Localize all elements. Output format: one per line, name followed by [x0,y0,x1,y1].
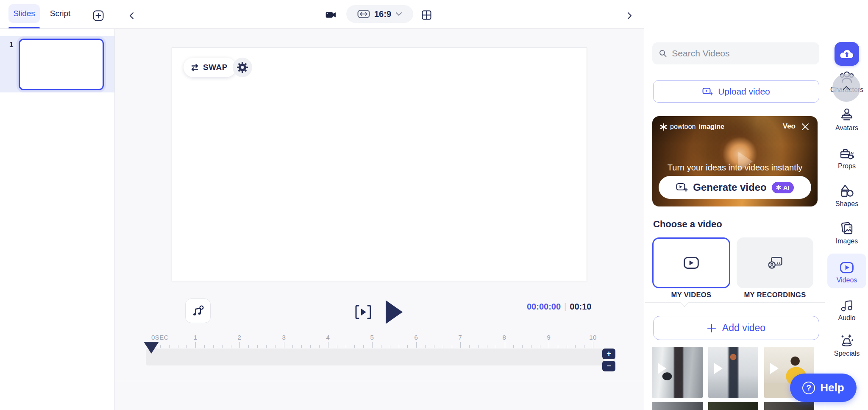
time-display: 00:00:00 | 00:10 [527,302,588,312]
upload-video-button[interactable]: Upload video [653,80,819,103]
my-videos-card[interactable] [652,237,730,288]
selected-tab-notch [680,298,690,307]
add-music-button[interactable] [185,298,211,323]
prev-slide-button[interactable] [126,10,137,21]
my-videos-label: MY VIDEOS [652,291,730,299]
rail-item-audio[interactable]: Audio [825,298,868,322]
slide-thumbnail[interactable] [19,39,104,90]
search-icon [659,49,667,58]
ruler-label: 9 [547,334,551,341]
add-video-button[interactable]: Add video [653,316,819,340]
zoom-in-label: + [606,349,611,358]
video-thumbnail-partial[interactable] [764,402,814,410]
ruler-label: 2 [238,334,242,341]
slides-panel: 1 Slide 1 of 1 [0,29,115,410]
rail-item-label: Shapes [825,200,868,208]
my-videos-icon [683,255,700,271]
ruler-label: 10 [589,334,597,341]
help-button[interactable]: ? Help [790,374,857,402]
rail-item-label: Avatars [825,124,868,132]
rail-scroll-up-button[interactable] [832,74,860,102]
camera-button[interactable] [326,9,337,20]
slide-list-item[interactable]: 1 [0,36,114,92]
banner-close-button[interactable] [800,121,811,132]
cloud-upload-icon [839,48,854,60]
rail-item-images[interactable]: Images [825,221,868,245]
video-thumbnail-partial[interactable] [652,402,703,410]
images-icon [839,221,855,236]
play-slide-icon [354,304,373,321]
veo-badge: Veo [783,122,796,131]
video-thumbnail[interactable] [652,347,703,398]
settings-button[interactable] [233,58,252,77]
next-slide-button[interactable] [624,10,635,21]
video-thumbnail-partial[interactable] [708,402,758,410]
rail-item-shapes[interactable]: Shapes [825,184,868,208]
tab-slides[interactable]: Slides [8,4,40,23]
ai-badge: AI [772,182,794,193]
brand-name: powtoon [670,123,696,131]
rail-item-label: Videos [827,276,866,284]
rail-item-props[interactable]: Props [825,146,868,170]
aspect-ratio-dropdown[interactable]: 16:9 [346,5,413,23]
generate-video-button[interactable]: Generate video AI [659,176,811,199]
question-mark-icon: ? [802,382,815,394]
powtoon-editor: Slides Script [0,0,868,410]
rail-item-specials[interactable]: Specials [825,332,868,357]
ruler-label: 0SEC [151,334,169,341]
tab-script[interactable]: Script [47,4,74,23]
upload-video-label: Upload video [718,86,770,97]
rail-item-label: Audio [825,314,868,322]
powtoon-star-icon [776,185,781,190]
tab-script-label: Script [50,9,71,18]
choose-video-title: Choose a video [653,219,722,230]
swap-button[interactable]: SWAP [184,58,236,77]
chevron-down-icon [395,12,402,16]
timeline-track[interactable] [146,349,615,365]
video-thumbnail[interactable] [708,347,758,398]
play-icon [658,363,666,374]
ruler-label: 3 [282,334,286,341]
timeline-zoom-out-button[interactable]: − [602,361,615,371]
total-duration: 00:10 [570,302,591,312]
asset-rail: Characters Avatars Props [825,0,868,410]
slide-number: 1 [9,41,13,49]
grid-icon [422,10,431,20]
gear-icon [236,61,249,74]
ruler-label: 7 [459,334,462,341]
rail-item-avatars[interactable]: Avatars [825,108,868,132]
timeline-playhead[interactable] [144,342,159,354]
swap-button-label: SWAP [203,63,228,72]
preview-slide-play-button[interactable] [354,304,373,322]
add-slide-button[interactable] [93,10,104,21]
add-video-label: Add video [722,322,765,334]
aspect-ratio-value: 16:9 [374,9,391,19]
ruler-label: 1 [194,334,198,341]
plus-icon [707,324,716,333]
library-panel: Upload video powtoon imagine Veo Turn yo… [644,0,825,410]
search-input[interactable] [672,48,812,59]
my-recordings-card[interactable] [737,237,813,288]
video-upload-icon [702,87,713,96]
avatars-icon [839,108,855,123]
timeline-zoom-in-button[interactable]: + [602,349,615,359]
play-button[interactable] [386,300,403,324]
my-recordings-label: MY RECORDINGS [737,291,813,299]
slide-canvas[interactable] [172,47,587,281]
time-separator: | [564,302,566,312]
rail-upload-button[interactable] [835,42,859,66]
close-icon [801,123,809,131]
ruler-label: 6 [415,334,418,341]
rail-item-videos[interactable]: Videos [827,254,866,288]
audio-icon [839,298,855,313]
promo-banner: powtoon imagine Veo Turn your ideas into… [652,116,818,206]
grid-layout-button[interactable] [421,9,432,20]
content-divider [645,302,825,303]
play-icon [770,363,779,374]
rail-item-label: Images [825,237,868,245]
chevron-left-icon [128,12,136,20]
rail-item-label: Specials [825,350,868,357]
video-generate-icon [676,182,688,192]
zoom-out-label: − [606,362,611,371]
ruler-label: 5 [370,334,374,341]
